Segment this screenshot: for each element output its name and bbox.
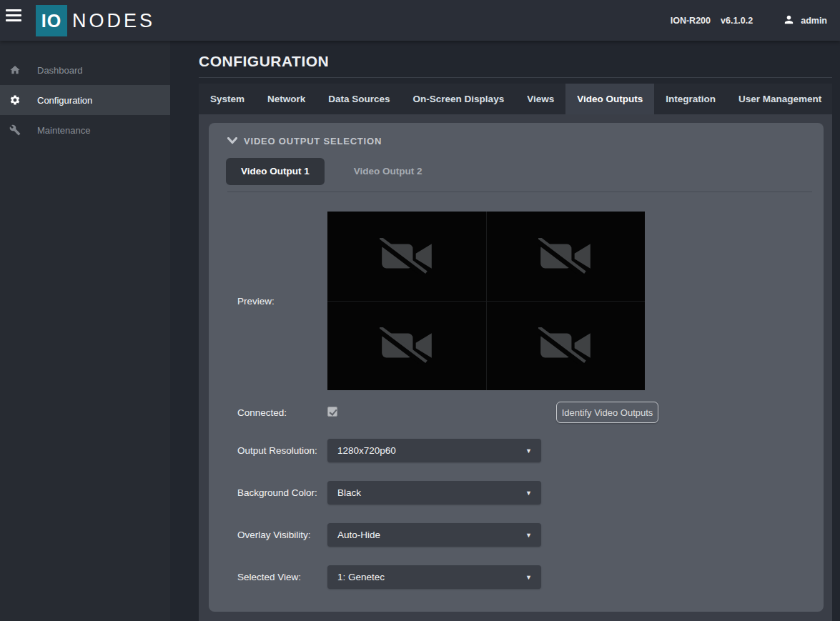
user-menu[interactable]: admin <box>783 14 827 28</box>
subtab-video-output-2[interactable]: Video Output 2 <box>339 158 438 185</box>
configuration-tabs: System Network Data Sources On-Screen Di… <box>199 84 832 114</box>
sidebar-item-label: Configuration <box>37 95 92 106</box>
tab-data-sources[interactable]: Data Sources <box>317 84 401 114</box>
preview-cell <box>487 212 646 301</box>
sidebar: Dashboard Configuration Maintenance <box>0 41 170 621</box>
sidebar-item-label: Dashboard <box>37 65 83 76</box>
video-output-subtabs: Video Output 1 Video Output 2 <box>226 158 438 185</box>
camera-off-icon <box>380 238 434 274</box>
connected-checkbox[interactable] <box>327 407 337 417</box>
main-content: CONFIGURATION System Network Data Source… <box>170 41 840 621</box>
select-value: 1: Genetec <box>337 572 385 582</box>
video-outputs-panel: VIDEO OUTPUT SELECTION Video Output 1 Vi… <box>199 114 832 621</box>
overlay-visibility-select[interactable]: Auto-Hide ▼ <box>327 523 541 547</box>
device-model: ION-R200 <box>671 16 711 26</box>
logo-io-box: IO <box>36 5 67 36</box>
selected-view-label: Selected View: <box>237 572 301 582</box>
home-icon <box>9 64 21 76</box>
wrench-icon <box>9 124 21 136</box>
preview-cell <box>327 302 486 391</box>
select-value: 1280x720p60 <box>337 445 396 456</box>
tab-user-management[interactable]: User Management <box>727 84 833 114</box>
video-preview <box>327 212 645 390</box>
output-resolution-select[interactable]: 1280x720p60 ▼ <box>327 439 541 462</box>
selected-view-select[interactable]: 1: Genetec ▼ <box>327 565 541 589</box>
chevron-down-icon <box>227 134 237 147</box>
tab-on-screen-displays[interactable]: On-Screen Displays <box>402 84 516 114</box>
camera-off-icon <box>538 327 593 364</box>
video-output-selection-card: VIDEO OUTPUT SELECTION Video Output 1 Vi… <box>209 123 824 612</box>
preview-cell <box>327 212 486 301</box>
dropdown-caret-icon: ▼ <box>525 447 532 454</box>
preview-cell <box>487 302 646 391</box>
video-output-selection-header[interactable]: VIDEO OUTPUT SELECTION <box>227 134 382 147</box>
select-value: Black <box>337 487 361 498</box>
tab-views[interactable]: Views <box>515 84 565 114</box>
tab-network[interactable]: Network <box>256 84 317 114</box>
sidebar-item-label: Maintenance <box>37 125 90 136</box>
camera-off-icon <box>538 238 593 274</box>
dropdown-caret-icon: ▼ <box>525 532 532 539</box>
title-separator <box>199 77 832 78</box>
overlay-visibility-label: Overlay Visibility: <box>237 530 311 540</box>
subtab-separator <box>227 192 812 192</box>
background-color-label: Background Color: <box>237 487 317 498</box>
background-color-select[interactable]: Black ▼ <box>327 481 541 505</box>
tab-system[interactable]: System <box>199 84 256 114</box>
identify-video-outputs-button[interactable]: Identify Video Outputs <box>556 402 658 423</box>
tab-video-outputs[interactable]: Video Outputs <box>565 84 654 114</box>
username: admin <box>801 16 827 26</box>
connected-label: Connected: <box>237 407 287 418</box>
ionodes-logo: IO NODES <box>36 5 155 36</box>
panel-title: VIDEO OUTPUT SELECTION <box>244 136 382 146</box>
camera-off-icon <box>380 327 434 364</box>
tab-integration[interactable]: Integration <box>654 84 727 114</box>
page-title: CONFIGURATION <box>199 53 329 70</box>
hamburger-menu-icon[interactable] <box>6 9 21 23</box>
select-value: Auto-Hide <box>337 530 380 540</box>
gear-icon <box>9 94 21 106</box>
subtab-video-output-1[interactable]: Video Output 1 <box>226 158 325 185</box>
dropdown-caret-icon: ▼ <box>525 574 532 581</box>
user-icon <box>783 14 795 28</box>
sidebar-item-dashboard[interactable]: Dashboard <box>0 55 170 85</box>
sidebar-item-configuration[interactable]: Configuration <box>0 85 170 115</box>
preview-label: Preview: <box>237 296 275 307</box>
logo-nodes-text: NODES <box>72 10 155 32</box>
dropdown-caret-icon: ▼ <box>525 490 532 497</box>
sidebar-item-maintenance[interactable]: Maintenance <box>0 115 170 145</box>
output-resolution-label: Output Resolution: <box>237 445 317 456</box>
top-bar: IO NODES ION-R200 v6.1.0.2 admin <box>0 0 840 41</box>
firmware-version: v6.1.0.2 <box>721 16 753 26</box>
